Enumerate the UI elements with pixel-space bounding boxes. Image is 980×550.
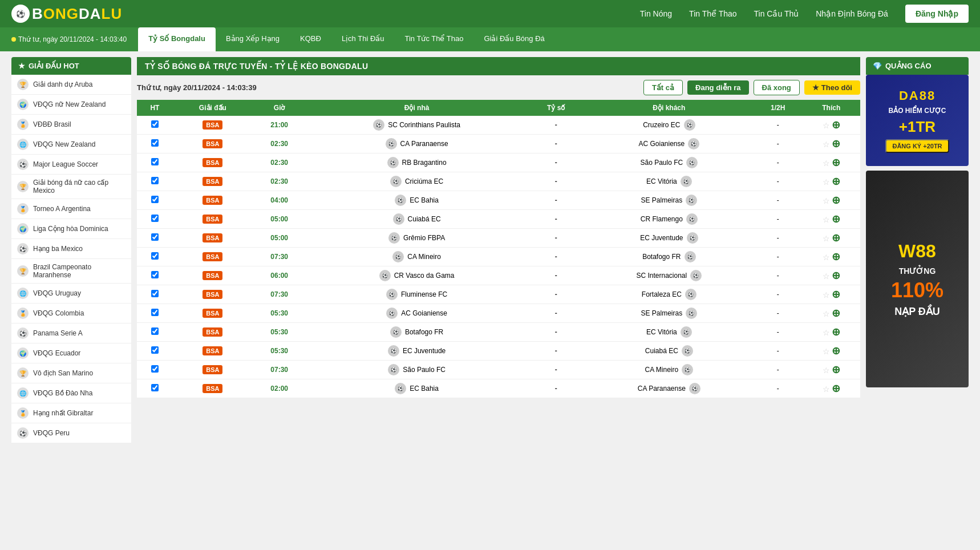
match-checkbox[interactable] <box>137 191 173 210</box>
subnav: Thứ tư, ngày 20/11/2024 - 14:03:40 Tỷ Số… <box>0 27 980 51</box>
match-checkbox[interactable] <box>137 361 173 379</box>
sidebar-item-vdbd-brasil[interactable]: 🏅 VĐBĐ Brasil <box>11 115 131 135</box>
match-checkbox[interactable] <box>137 135 173 153</box>
favorite-star[interactable]: ☆ <box>823 328 830 337</box>
match-time: 02:30 <box>253 135 306 153</box>
sidebar-item-vdqg-new-zealand[interactable]: 🌐 VĐQG New Zealand <box>11 135 131 155</box>
sidebar-item-vdqg-ecuador[interactable]: 🌍 VĐQG Ecuador <box>11 343 131 363</box>
tab-tin-tuc[interactable]: Tin Tức Thể Thao <box>395 27 474 51</box>
btn-follow[interactable]: ★ Theo dõi <box>804 80 860 95</box>
ad-w88[interactable]: W88 THƯỞNG 110% NẠP ĐẦU <box>866 171 969 387</box>
add-icon[interactable]: ⊕ <box>832 232 840 244</box>
sidebar-item-vdqg-peru[interactable]: ⚽ VĐQG Peru <box>11 423 131 443</box>
sidebar-item-vdqg-nu-new-zealand[interactable]: 🌍 VĐQG nữ New Zealand <box>11 95 131 115</box>
match-score: - <box>528 229 585 248</box>
ad-da88-register[interactable]: ĐĂNG KÝ +20TR <box>885 139 949 153</box>
favorite-star[interactable]: ☆ <box>823 121 830 130</box>
sidebar-item-major-league-soccer[interactable]: ⚽ Major League Soccer <box>11 155 131 175</box>
sidebar-item-vdqg-colombia[interactable]: 🏅 VĐQG Colombia <box>11 304 131 323</box>
favorite-star[interactable]: ☆ <box>823 177 830 187</box>
star-icon: ★ <box>18 62 25 70</box>
btn-all[interactable]: Tất cả <box>643 80 683 95</box>
match-checkbox[interactable] <box>137 323 173 342</box>
login-button[interactable]: Đăng Nhập <box>905 5 969 23</box>
sidebar-item-hang-ba-mexico[interactable]: ⚽ Hạng ba Mexico <box>11 239 131 259</box>
add-icon[interactable]: ⊕ <box>832 308 840 319</box>
matches-table: HT Giải đấu Giờ Đội nhà Tỷ số Đội khách … <box>137 100 860 398</box>
nav-tin-the-thao[interactable]: Tin Thể Thao <box>689 9 736 18</box>
logo: ⚽ BONGDALU <box>11 5 122 23</box>
home-logo: ⚽ <box>379 270 391 281</box>
sidebar-item-giai-danh-du-aruba[interactable]: 🏆 Giải danh dự Aruba <box>11 75 131 95</box>
match-checkbox[interactable] <box>137 248 173 266</box>
match-away: CR Flamengo ⚽ <box>585 210 754 229</box>
add-icon[interactable]: ⊕ <box>832 138 840 149</box>
add-icon[interactable]: ⊕ <box>832 251 840 262</box>
favorite-star[interactable]: ☆ <box>823 309 830 318</box>
league-icon: 🌍 <box>17 223 29 234</box>
tab-bang-xep-hang[interactable]: Bảng Xếp Hạng <box>216 27 290 51</box>
add-icon[interactable]: ⊕ <box>832 289 840 300</box>
nav-tin-cau-thu[interactable]: Tin Cầu Thủ <box>754 9 799 18</box>
favorite-star[interactable]: ☆ <box>823 253 830 262</box>
sidebar-item-vo-dich-san-marino[interactable]: 🏆 Vô địch San Marino <box>11 363 131 383</box>
match-checkbox[interactable] <box>137 153 173 172</box>
sidebar-item-brazil-maranhense[interactable]: 🏆 Brazil Campeonato Maranhense <box>11 259 131 284</box>
sidebar-item-hang-nhat-gibraltar[interactable]: 🏅 Hạng nhất Gibraltar <box>11 403 131 423</box>
add-icon[interactable]: ⊕ <box>832 157 840 168</box>
match-checkbox[interactable] <box>137 266 173 285</box>
favorite-star[interactable]: ☆ <box>823 196 830 205</box>
away-name: SE Palmeiras <box>641 309 682 317</box>
sidebar-item-panama-serie-a[interactable]: ⚽ Panama Serie A <box>11 323 131 343</box>
match-league: BSA <box>173 323 253 342</box>
sidebar-item-liga-dominica[interactable]: 🌍 Liga Cộng hòa Dominica <box>11 219 131 239</box>
match-away: Cruzeiro EC ⚽ <box>585 116 754 135</box>
match-checkbox[interactable] <box>137 172 173 191</box>
favorite-star[interactable]: ☆ <box>823 140 830 149</box>
add-icon[interactable]: ⊕ <box>832 326 840 338</box>
add-icon[interactable]: ⊕ <box>832 119 840 131</box>
tab-lich-thi-dau[interactable]: Lịch Thi Đấu <box>331 27 395 51</box>
match-checkbox[interactable] <box>137 229 173 248</box>
match-home: ⚽ CR Vasco da Gama <box>306 266 527 285</box>
favorite-star[interactable]: ☆ <box>823 347 830 356</box>
match-half: - <box>754 379 802 398</box>
favorite-star[interactable]: ☆ <box>823 366 830 375</box>
match-checkbox[interactable] <box>137 304 173 323</box>
favorite-star[interactable]: ☆ <box>823 272 830 281</box>
tab-kqbd[interactable]: KQBĐ <box>290 27 331 51</box>
match-time: 05:30 <box>253 342 306 361</box>
btn-ended[interactable]: Đã xong <box>754 80 800 95</box>
favorite-star[interactable]: ☆ <box>823 234 830 243</box>
add-icon[interactable]: ⊕ <box>832 345 840 357</box>
add-icon[interactable]: ⊕ <box>832 383 840 394</box>
favorite-star[interactable]: ☆ <box>823 159 830 168</box>
ad-w88-text2: 110% <box>891 280 943 301</box>
match-checkbox[interactable] <box>137 379 173 398</box>
add-icon[interactable]: ⊕ <box>832 176 840 187</box>
away-logo: ⚽ <box>687 232 698 244</box>
tab-ty-so[interactable]: Tỷ Số Bongdalu <box>138 27 216 51</box>
ad-da88[interactable]: DA88 BẢO HIỂM CƯỢC +1TR ĐĂNG KÝ +20TR <box>866 75 969 166</box>
col-time: Giờ <box>253 100 306 116</box>
nav-tin-nong[interactable]: Tin Nóng <box>640 9 672 18</box>
logo-text: BONGDALU <box>32 5 122 23</box>
sidebar-item-vdqg-bo-dao-nha[interactable]: 🌐 VĐQG Bồ Đào Nha <box>11 383 131 403</box>
match-checkbox[interactable] <box>137 342 173 361</box>
nav-nhan-dinh[interactable]: Nhận Định Bóng Đá <box>816 9 888 18</box>
add-icon[interactable]: ⊕ <box>832 364 840 375</box>
add-icon[interactable]: ⊕ <box>832 195 840 206</box>
match-checkbox[interactable] <box>137 285 173 304</box>
add-icon[interactable]: ⊕ <box>832 213 840 225</box>
add-icon[interactable]: ⊕ <box>832 270 840 281</box>
sidebar-item-giai-bong-da-nu[interactable]: 🏆 Giải bóng đá nữ cao cấp Mexico <box>11 175 131 199</box>
match-checkbox[interactable] <box>137 116 173 135</box>
match-checkbox[interactable] <box>137 210 173 229</box>
favorite-star[interactable]: ☆ <box>823 290 830 300</box>
sidebar-item-torneo-argentina[interactable]: 🏅 Torneo A Argentina <box>11 199 131 219</box>
tab-giai-dau[interactable]: Giải Đấu Bóng Đá <box>473 27 554 51</box>
sidebar-item-vdqg-uruguay[interactable]: 🌐 VĐQG Uruguay <box>11 284 131 304</box>
favorite-star[interactable]: ☆ <box>823 385 830 394</box>
favorite-star[interactable]: ☆ <box>823 215 830 224</box>
btn-live[interactable]: Đang diễn ra <box>687 80 749 95</box>
